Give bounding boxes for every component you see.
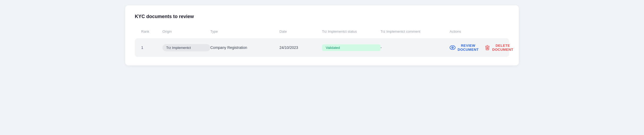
type-cell: Company Registration [210, 45, 279, 50]
delete-label: DELETE DOCUMENT [492, 44, 513, 52]
table-header: Rank Origin Type Date Trz Implementct st… [135, 27, 509, 36]
table-row: 1 Trz Implementct Company Registration 2… [135, 38, 509, 57]
col-trz-comment: Trz Implementct comment [380, 29, 450, 33]
status-badge: Validated [322, 44, 380, 51]
delete-document-button[interactable]: DELETE DOCUMENT [485, 44, 513, 52]
trash-icon [485, 45, 490, 50]
col-actions: Actions [450, 29, 503, 33]
actions-cell: REVIEW DOCUMENT DELETE DOCUMENT [450, 44, 514, 52]
review-document-button[interactable]: REVIEW DOCUMENT [450, 44, 479, 52]
rank-cell: 1 [141, 45, 162, 50]
col-rank: Rank [141, 29, 162, 33]
col-type: Type [210, 29, 279, 33]
col-origin: Origin [162, 29, 210, 33]
section-title: KYC documents to review [135, 14, 509, 19]
origin-badge: Trz Implementct [162, 44, 210, 51]
kyc-table: Rank Origin Type Date Trz Implementct st… [135, 27, 509, 57]
eye-icon [450, 45, 455, 50]
col-trz-status: Trz Implementct status [322, 29, 380, 33]
date-cell: 24/10/2023 [279, 45, 322, 50]
review-label: REVIEW DOCUMENT [458, 44, 479, 52]
svg-point-2 [452, 47, 453, 48]
svg-rect-4 [487, 45, 488, 46]
comment-cell: - [380, 45, 450, 50]
col-date: Date [279, 29, 322, 33]
kyc-documents-section: KYC documents to review Rank Origin Type… [125, 5, 519, 65]
